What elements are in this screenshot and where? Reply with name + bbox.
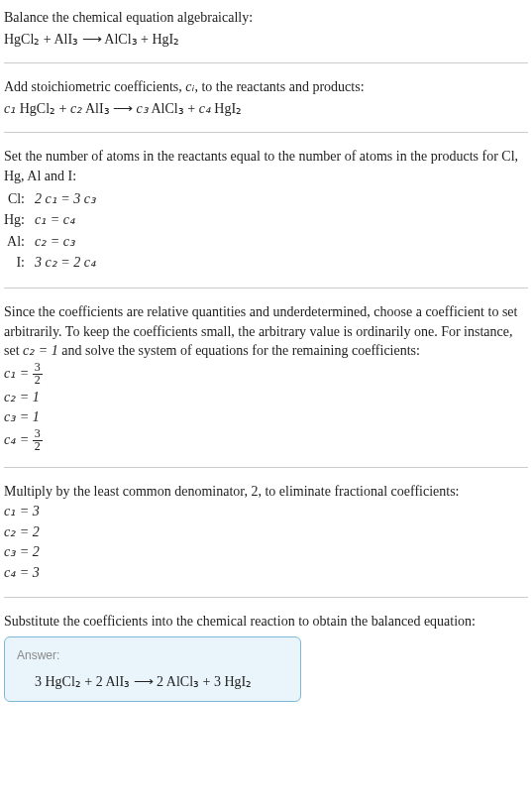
- coeff-c4: c₄ = 32: [4, 428, 528, 453]
- coef-c3: c₃: [137, 101, 149, 116]
- atoms-section: Set the number of atoms in the reactants…: [4, 147, 528, 274]
- solve-intro-var: c₂ = 1: [23, 343, 58, 358]
- frac-den: 2: [33, 441, 43, 453]
- balanced-equation: 3 HgCl₂ + 2 AlI₃ ⟶ 2 AlCl₃ + 3 HgI₂: [17, 672, 288, 692]
- lcd-section: Multiply by the least common denominator…: [4, 482, 528, 583]
- stoich-text-b: , to the reactants and products:: [194, 79, 364, 94]
- intro-text: Balance the chemical equation algebraica…: [4, 8, 528, 28]
- coef-c4: c₄: [199, 101, 211, 116]
- solve-section: Since the coefficients are relative quan…: [4, 302, 528, 453]
- coef-c2: c₂: [70, 101, 82, 116]
- table-row: I: 3 c₂ = 2 c₄: [4, 252, 102, 274]
- stoich-text-a: Add stoichiometric coefficients,: [4, 79, 185, 94]
- element-equation: 2 c₁ = 3 c₃: [35, 188, 102, 210]
- reactant-2: AlI₃ ⟶: [82, 101, 136, 116]
- element-label: I:: [4, 252, 35, 274]
- solve-intro-b: and solve the system of equations for th…: [58, 343, 420, 358]
- atoms-intro: Set the number of atoms in the reactants…: [4, 147, 528, 185]
- element-label: Hg:: [4, 209, 35, 231]
- divider: [4, 597, 528, 598]
- element-equation: 3 c₂ = 2 c₄: [35, 252, 102, 274]
- frac-den: 2: [33, 375, 43, 387]
- unbalanced-equation: HgCl₂ + AlI₃ ⟶ AlCl₃ + HgI₂: [4, 30, 528, 50]
- final-section: Substitute the coefficients into the che…: [4, 612, 528, 703]
- stoich-text: Add stoichiometric coefficients, cᵢ, to …: [4, 77, 528, 97]
- product-1: AlCl₃ +: [149, 101, 199, 116]
- divider: [4, 132, 528, 133]
- fraction: 32: [33, 428, 43, 453]
- divider: [4, 288, 528, 288]
- table-row: Cl: 2 c₁ = 3 c₃: [4, 188, 102, 210]
- table-row: Hg: c₁ = c₄: [4, 209, 102, 231]
- c1-lhs: c₁ =: [4, 365, 33, 380]
- lcd-intro: Multiply by the least common denominator…: [4, 482, 528, 502]
- coeff-c2: c₂ = 1: [4, 388, 528, 407]
- coeff-list-fractional: c₁ = 32 c₂ = 1 c₃ = 1 c₄ = 32: [4, 362, 528, 453]
- coef-c1: c₁: [4, 101, 16, 116]
- answer-box: Answer: 3 HgCl₂ + 2 AlI₃ ⟶ 2 AlCl₃ + 3 H…: [4, 636, 301, 702]
- reactant-1: HgCl₂ +: [16, 101, 70, 116]
- atoms-table: Cl: 2 c₁ = 3 c₃ Hg: c₁ = c₄ Al: c₂ = c₃ …: [4, 188, 102, 274]
- element-equation: c₂ = c₃: [35, 231, 102, 253]
- coeff-c3: c₃ = 2: [4, 542, 528, 562]
- product-2: HgI₂: [211, 101, 242, 116]
- table-row: Al: c₂ = c₃: [4, 231, 102, 253]
- coeff-c4: c₄ = 3: [4, 563, 528, 583]
- divider: [4, 62, 528, 63]
- coeff-c1: c₁ = 3: [4, 502, 528, 521]
- coeff-c3: c₃ = 1: [4, 407, 528, 427]
- coeff-list-integer: c₁ = 3 c₂ = 2 c₃ = 2 c₄ = 3: [4, 502, 528, 582]
- coeff-c1: c₁ = 32: [4, 362, 528, 387]
- final-intro: Substitute the coefficients into the che…: [4, 612, 528, 632]
- answer-label: Answer:: [17, 647, 288, 664]
- c4-lhs: c₄ =: [4, 431, 33, 446]
- element-equation: c₁ = c₄: [35, 209, 102, 231]
- intro-section: Balance the chemical equation algebraica…: [4, 8, 528, 49]
- coeff-c2: c₂ = 2: [4, 522, 528, 542]
- element-label: Al:: [4, 231, 35, 253]
- solve-intro: Since the coefficients are relative quan…: [4, 302, 528, 361]
- divider: [4, 467, 528, 468]
- element-label: Cl:: [4, 188, 35, 210]
- stoich-section: Add stoichiometric coefficients, cᵢ, to …: [4, 77, 528, 118]
- stoich-equation: c₁ HgCl₂ + c₂ AlI₃ ⟶ c₃ AlCl₃ + c₄ HgI₂: [4, 99, 528, 119]
- fraction: 32: [33, 362, 43, 387]
